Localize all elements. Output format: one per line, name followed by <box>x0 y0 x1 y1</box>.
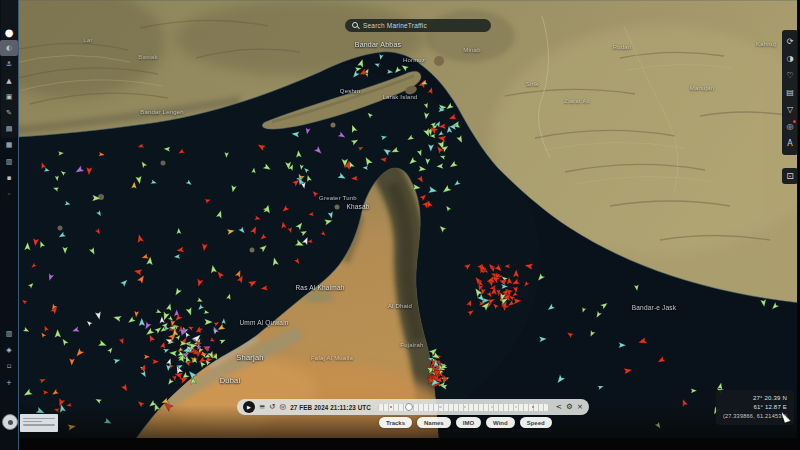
map-scale-box <box>20 414 58 432</box>
share-icon[interactable]: < <box>556 403 562 411</box>
close-icon[interactable]: × <box>577 403 583 411</box>
decimal-coordinates: (27.339866, 61.214539) <box>723 412 787 421</box>
zoom-in-icon[interactable]: + <box>0 375 18 391</box>
left-toolbar-bottom-group: ▥◈▫+ <box>0 326 18 391</box>
timeline-event-marker <box>515 406 518 409</box>
news-icon[interactable]: ▤ <box>0 121 18 137</box>
playback-bar: ▶ ≡ ↺ ◎ 27 FEB 2024 21:11:23 UTC < ⚙ × <box>237 399 589 415</box>
layer-toggle-row: TracksNamesIMOWindSpeed <box>379 417 552 428</box>
layers-panel-icon[interactable]: ▥ <box>0 326 18 342</box>
timeline-slider[interactable] <box>378 404 549 411</box>
cursor-coordinates-box: 27° 20.39 N 61° 12.87 E (27.339866, 61.2… <box>716 390 794 425</box>
photos-icon[interactable]: ▣ <box>0 89 18 105</box>
search-bar[interactable]: Search MarineTraffic <box>345 19 491 32</box>
latitude-value: 27° 20.39 N <box>723 394 787 403</box>
fleets-icon[interactable]: ▦ <box>0 137 18 153</box>
layers-icon[interactable]: ▤ <box>782 84 798 101</box>
measure-icon[interactable]: ◈ <box>0 342 18 358</box>
map-style-icon[interactable]: ◐ <box>0 40 18 56</box>
timeline-event-marker <box>491 406 494 409</box>
playback-speed-icon[interactable]: ≡ <box>259 403 265 411</box>
more-icon[interactable]: ◦ <box>0 186 18 202</box>
compass-badge[interactable] <box>2 414 18 430</box>
compass-dot-icon <box>8 420 13 425</box>
edit-icon[interactable]: ✎ <box>0 105 18 121</box>
layer-pill-imo[interactable]: IMO <box>456 417 481 428</box>
timeline-event-marker <box>463 406 466 409</box>
timeline-event-marker <box>439 406 442 409</box>
labels-text-icon[interactable]: A <box>782 135 798 152</box>
timeline-event-marker <box>390 406 393 409</box>
search-placeholder: Search MarineTraffic <box>363 22 427 29</box>
favorites-heart-icon[interactable]: ♡ <box>782 67 798 84</box>
longitude-value: 61° 12.87 E <box>723 403 787 412</box>
layer-pill-tracks[interactable]: Tracks <box>379 417 412 428</box>
notifications-icon[interactable]: ◎ <box>782 118 798 135</box>
fullscreen-button[interactable]: ⊡ <box>782 168 798 184</box>
marinetraffic-app: Bandar AbbasHormuzQeshmLarak IslandMinab… <box>0 0 800 450</box>
map-tools-toolbar: ⟳◑♡▤▽◎A <box>782 30 798 155</box>
scale-line <box>23 421 42 423</box>
play-icon: ▶ <box>247 404 251 410</box>
layer-pill-speed[interactable]: Speed <box>520 417 552 428</box>
playback-datetime: 27 FEB 2024 21:11:23 UTC <box>290 404 371 411</box>
theme-contrast-icon[interactable]: ◑ <box>782 50 798 67</box>
scale-line <box>23 418 55 420</box>
stats-icon[interactable]: ▥ <box>0 154 18 170</box>
refresh-icon[interactable]: ⟳ <box>782 33 798 50</box>
export-icon[interactable]: ▫ <box>0 358 18 374</box>
layer-pill-wind[interactable]: Wind <box>486 417 515 428</box>
timeline-handle[interactable] <box>405 403 413 411</box>
filters-icon[interactable]: ▽ <box>782 101 798 118</box>
map-canvas[interactable] <box>0 0 800 450</box>
left-toolbar-top-group: ●◐⚓▲▣✎▤▦▥▪◦ <box>0 0 18 202</box>
layer-pill-names[interactable]: Names <box>417 417 451 428</box>
search-icon <box>352 22 359 29</box>
date-picker-icon[interactable]: ◎ <box>280 403 287 411</box>
scale-line <box>23 424 55 426</box>
letterbox-bottom <box>0 438 800 450</box>
restart-icon[interactable]: ↺ <box>269 403 275 411</box>
vessels-icon[interactable]: ▲ <box>0 73 18 89</box>
left-toolbar: ●◐⚓▲▣✎▤▦▥▪◦ ▥◈▫+ <box>0 0 19 450</box>
play-button[interactable]: ▶ <box>243 401 255 413</box>
settings-gear-icon[interactable]: ⚙ <box>566 403 573 411</box>
notification-badge <box>793 120 796 123</box>
ports-icon[interactable]: ⚓ <box>0 56 18 72</box>
marinetraffic-logo-icon[interactable]: ● <box>0 24 18 40</box>
alerts-icon[interactable]: ▪ <box>0 170 18 186</box>
overflow-dots-icon[interactable]: ∷ <box>791 3 795 11</box>
timeline-event-marker <box>532 406 535 409</box>
